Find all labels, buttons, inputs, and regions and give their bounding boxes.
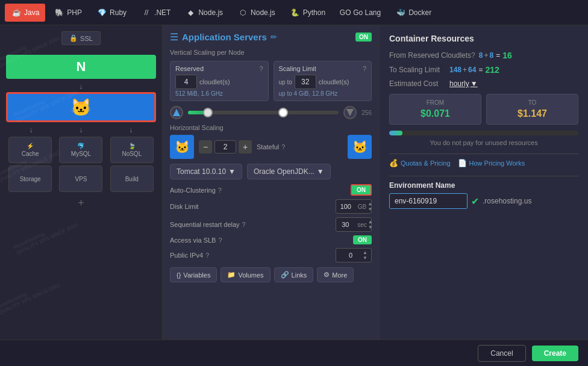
cache-block[interactable]: ⚡ Cache [8, 137, 52, 163]
disk-down-arrow[interactable]: ▼ [367, 207, 372, 212]
slider-track[interactable] [188, 111, 339, 114]
create-button[interactable]: Create [532, 346, 578, 361]
on-badge[interactable]: ON [355, 33, 372, 42]
go-icon: GO [340, 7, 351, 18]
nav-item-docker[interactable]: 🐳 Docker [389, 4, 437, 22]
cloudlets-label-1: cloudlet(s) [199, 78, 230, 85]
right-panel: Container Resources From Reserved Cloudl… [380, 25, 588, 340]
build-block[interactable]: Build [110, 166, 154, 192]
scaling-limit-help-icon[interactable]: ? [363, 65, 366, 72]
cache-icon: ⚡ [27, 143, 34, 149]
domain-suffix: .rosehosting.us [483, 197, 531, 205]
ipv4-up-arrow[interactable]: ▲ [363, 250, 367, 255]
nav-item-nodejs[interactable]: ⬡ Node.js [231, 4, 281, 22]
volumes-icon: 📁 [227, 271, 236, 279]
nosql-label: NoSQL [122, 150, 142, 157]
left-panel: RoseHostingQUALITY VPS SINCE 2001 RoseHo… [0, 25, 163, 340]
env-name-input[interactable] [389, 193, 468, 209]
seq-restart-help-icon[interactable]: ? [242, 221, 246, 228]
access-slb-toggle[interactable]: ON [353, 235, 372, 244]
disk-limit-input[interactable] [335, 203, 357, 210]
hourly-chevron: ▼ [471, 79, 478, 88]
auto-clustering-label: Auto-Clustering ? [170, 187, 222, 194]
seq-restart-value: sec ▲ ▼ [336, 217, 372, 232]
nginx-block[interactable]: N [6, 55, 156, 79]
ssl-icon: 🔒 [69, 34, 78, 42]
public-ipv4-label: Public IPv4 ? [170, 252, 209, 259]
cloudlets-label-2: cloudlet(s) [319, 78, 349, 85]
access-slb-help-icon[interactable]: ? [218, 237, 222, 244]
nav-item-java[interactable]: ☕ Java [5, 4, 45, 22]
scaling-limit-title: Scaling Limit [279, 65, 316, 72]
progress-bar-fill [389, 131, 402, 135]
storage-block[interactable]: Storage [8, 166, 52, 192]
edit-icon[interactable]: ✏ [271, 33, 277, 42]
quotas-link[interactable]: 💰 Quotas & Pricing [389, 159, 451, 167]
nav-label-ruby: Ruby [110, 8, 127, 17]
stateful-help-icon[interactable]: ? [281, 143, 285, 150]
access-slb-row: Access via SLB ? ON [170, 235, 372, 244]
public-ipv4-input[interactable] [340, 252, 361, 259]
ipv4-down-arrow[interactable]: ▼ [363, 256, 367, 261]
jdk-version-dropdown[interactable]: Oracle OpenJDK... ▼ [247, 164, 331, 179]
est-cost-label: Estimated Cost [389, 79, 449, 88]
arrow-down-1: ↓ [6, 82, 156, 91]
scaling-limit-input[interactable] [295, 75, 316, 89]
db-row: ⚡ Cache 🐬 MySQL 🍃 NoSQL [6, 137, 156, 163]
public-ipv4-help-icon[interactable]: ? [205, 252, 209, 259]
reserved-input[interactable] [175, 75, 197, 89]
nav-item-ruby[interactable]: 💎 Ruby [90, 4, 133, 22]
hourly-label: hourly [449, 79, 469, 88]
stepper-minus[interactable]: − [199, 140, 212, 154]
svg-marker-1 [346, 109, 354, 116]
hourly-dropdown[interactable]: hourly ▼ [449, 79, 478, 88]
nav-item-php[interactable]: 🐘 PHP [48, 4, 88, 22]
plus-icon: + [78, 197, 84, 209]
from-plus: + [484, 51, 488, 60]
quotas-icon: 💰 [389, 159, 398, 167]
vps-block[interactable]: VPS [59, 166, 102, 192]
add-button[interactable]: + [6, 197, 156, 209]
disk-up-arrow[interactable]: ▲ [367, 202, 372, 206]
more-tab[interactable]: ⚙ More [317, 267, 354, 282]
php-icon: 🐘 [54, 7, 64, 18]
slider-handle-2[interactable] [278, 108, 288, 117]
mysql-block[interactable]: 🐬 MySQL [59, 137, 102, 163]
env-name-row: ✔ .rosehosting.us [389, 193, 578, 209]
nav-label-golang: Go Lang [353, 8, 381, 17]
tomcat-version-dropdown[interactable]: Tomcat 10.0.10 ▼ [170, 164, 242, 179]
auto-clustering-help-icon[interactable]: ? [218, 187, 222, 194]
cancel-button[interactable]: Cancel [478, 345, 525, 362]
nav-item-ww[interactable]: // .NET [135, 4, 177, 22]
to-price-value: $1.147 [493, 108, 572, 119]
horiz-tomcat-icon: 🐱 [170, 135, 194, 159]
from-val-1: 8 [479, 51, 483, 60]
nav-label-php: PHP [67, 8, 82, 17]
stepper-value[interactable] [214, 140, 236, 154]
seq-down-arrow[interactable]: ▼ [368, 225, 373, 230]
scaling-label: Vertical Scaling per Node [170, 49, 372, 56]
how-pricing-link[interactable]: 📄 How Pricing Works [458, 159, 525, 167]
nav-item-golang[interactable]: GO Go Lang [334, 4, 387, 22]
variables-tab[interactable]: {} Variables [170, 267, 217, 282]
from-reserved-help-icon[interactable]: ? [471, 51, 475, 60]
auto-clustering-toggle[interactable]: ON [351, 184, 372, 196]
nav-item-python[interactable]: 🐍 Python [284, 4, 331, 22]
scaling-boxes: Reserved ? cloudlet(s) 512 MiB, 1.6 GHz … [170, 61, 372, 101]
volumes-tab[interactable]: 📁 Volumes [220, 267, 270, 282]
nosql-block[interactable]: 🍃 NoSQL [110, 137, 154, 163]
slider-handle-1[interactable] [203, 108, 213, 117]
reserved-help-icon[interactable]: ? [259, 65, 263, 72]
to-scaling-label: To Scaling Limit [389, 66, 449, 74]
ipv4-spinner: ▲ ▼ [363, 250, 367, 261]
ssl-button[interactable]: 🔒 SSL [61, 31, 101, 45]
stepper-plus[interactable]: + [239, 140, 252, 154]
tomcat-block[interactable]: 🐱 [6, 92, 156, 122]
seq-up-arrow[interactable]: ▲ [368, 220, 373, 225]
links-tab[interactable]: 🔗 Links [274, 267, 314, 282]
scaling-limit-box: Scaling Limit ? up to cloudlet(s) up to … [274, 61, 372, 101]
from-reserved-label: From Reserved Cloudlets [389, 51, 471, 60]
nav-item-net[interactable]: ◆ Node.js [179, 4, 229, 22]
est-cost-row: Estimated Cost hourly ▼ [389, 79, 578, 88]
seq-restart-input[interactable] [334, 221, 356, 228]
